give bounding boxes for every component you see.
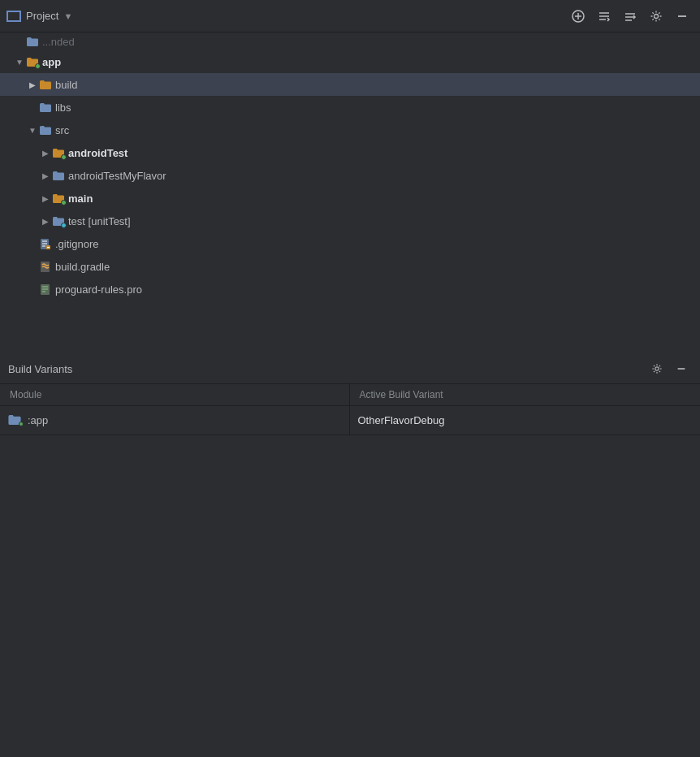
bv-table-row[interactable]: :app OtherFlavorDebug xyxy=(0,405,700,435)
settings-icon xyxy=(650,10,663,23)
folder-icon-androidtestmyflavor xyxy=(52,169,65,182)
folder-icon-build xyxy=(39,78,52,91)
dot-badge-androidtest xyxy=(61,154,67,160)
chevron-androidtestmyflavor: ▶ xyxy=(39,169,52,182)
folder-icon-src xyxy=(39,123,52,136)
bv-module-header: Module xyxy=(0,384,349,406)
chevron-app: ▼ xyxy=(13,55,26,68)
bottom-area xyxy=(0,435,700,758)
minimize-icon xyxy=(676,10,689,23)
module-dot-badge xyxy=(19,422,24,426)
module-folder-icon xyxy=(8,414,23,426)
bv-minimize-button[interactable] xyxy=(671,358,692,379)
build-variants-table: Module Active Build Variant xyxy=(0,384,700,435)
folder-icon-androidtest xyxy=(52,146,65,159)
bv-variant-header: Active Build Variant xyxy=(349,384,700,406)
build-variants-header: Build Variants xyxy=(0,355,700,384)
folder-icon-libs xyxy=(39,101,52,114)
tree-label-build-gradle: build.gradle xyxy=(55,261,110,273)
collapse-all-icon xyxy=(598,10,611,23)
folder-icon-test xyxy=(52,214,65,227)
tree-label-androidtest: androidTest xyxy=(68,147,127,159)
bv-minimize-icon xyxy=(676,363,687,374)
folder-icon-nded xyxy=(26,35,39,48)
dot-badge-app xyxy=(35,63,41,69)
tree-label-proguard: proguard-rules.pro xyxy=(55,283,142,296)
file-icon-gitignore xyxy=(39,237,52,250)
tree-item-libs[interactable]: libs xyxy=(0,96,700,119)
dropdown-chevron[interactable]: ▼ xyxy=(63,11,72,21)
bv-actions xyxy=(646,358,692,379)
svg-point-22 xyxy=(655,367,659,370)
folder-icon-main xyxy=(52,192,65,205)
tree-label-androidtestmyflavor: androidTestMyFlavor xyxy=(68,170,166,182)
tree-label-src: src xyxy=(55,124,69,136)
tree-item-main[interactable]: ▶ main xyxy=(0,187,700,210)
settings-button[interactable] xyxy=(645,5,668,28)
build-variants-panel: Build Variants M xyxy=(0,355,700,435)
file-icon-build-gradle xyxy=(39,260,52,273)
bv-variant-value: OtherFlavorDebug xyxy=(358,414,445,426)
add-icon xyxy=(572,10,585,23)
chevron-androidtest: ▶ xyxy=(39,146,52,159)
collapse-icon xyxy=(624,10,637,23)
build-variants-title: Build Variants xyxy=(8,363,642,375)
add-button[interactable] xyxy=(567,5,590,28)
bv-settings-icon xyxy=(651,363,663,374)
file-icon-proguard xyxy=(39,283,52,296)
tree-item-proguard[interactable]: proguard-rules.pro xyxy=(0,278,700,301)
project-icon xyxy=(6,11,21,22)
collapse-all-button[interactable] xyxy=(593,5,616,28)
main-container: Project ▼ xyxy=(0,0,700,757)
bv-settings-button[interactable] xyxy=(646,358,668,379)
minimize-button[interactable] xyxy=(671,5,694,28)
svg-point-9 xyxy=(655,14,659,18)
bv-table-header-row: Module Active Build Variant xyxy=(0,384,700,406)
bv-module-value: :app xyxy=(28,414,48,426)
collapse-button[interactable] xyxy=(619,5,642,28)
tree-item-build[interactable]: ▶ build xyxy=(0,73,700,96)
tree-item-test[interactable]: ▶ test [unitTest] xyxy=(0,210,700,232)
toolbar-actions xyxy=(567,5,694,28)
tree-item-androidtestmyflavor[interactable]: ▶ androidTestMyFlavor xyxy=(0,164,700,187)
tree-label-libs: libs xyxy=(55,102,71,114)
file-tree: ...nded ▼ app ▶ build xyxy=(0,32,700,355)
chevron-main: ▶ xyxy=(39,192,52,205)
tree-item-androidtest[interactable]: ▶ androidTest xyxy=(0,141,700,164)
chevron-build: ▶ xyxy=(26,78,39,91)
tree-item-gitignore[interactable]: .gitignore xyxy=(0,232,700,255)
tree-item-nded[interactable]: ...nded xyxy=(0,32,700,50)
project-panel-title: Project ▼ xyxy=(6,10,562,22)
tree-label-main: main xyxy=(68,192,93,205)
tree-label-app: app xyxy=(42,56,61,68)
toolbar: Project ▼ xyxy=(0,0,700,32)
tree-label-nded: ...nded xyxy=(42,36,75,48)
folder-icon-app xyxy=(26,55,39,68)
tree-label-build: build xyxy=(55,79,77,91)
dot-badge-test xyxy=(61,223,67,228)
chevron-test: ▶ xyxy=(39,214,52,227)
project-label: Project xyxy=(26,10,58,22)
tree-item-app[interactable]: ▼ app xyxy=(0,50,700,73)
tree-item-src[interactable]: ▼ src xyxy=(0,119,700,141)
bv-module-cell: :app xyxy=(0,405,349,435)
tree-label-gitignore: .gitignore xyxy=(55,238,98,250)
bv-variant-cell[interactable]: OtherFlavorDebug xyxy=(349,405,700,435)
dot-badge-main xyxy=(61,200,67,205)
module-cell-content: :app xyxy=(8,414,341,426)
tree-item-build-gradle[interactable]: build.gradle xyxy=(0,255,700,278)
tree-label-test: test [unitTest] xyxy=(68,215,131,227)
chevron-src: ▼ xyxy=(26,123,39,136)
